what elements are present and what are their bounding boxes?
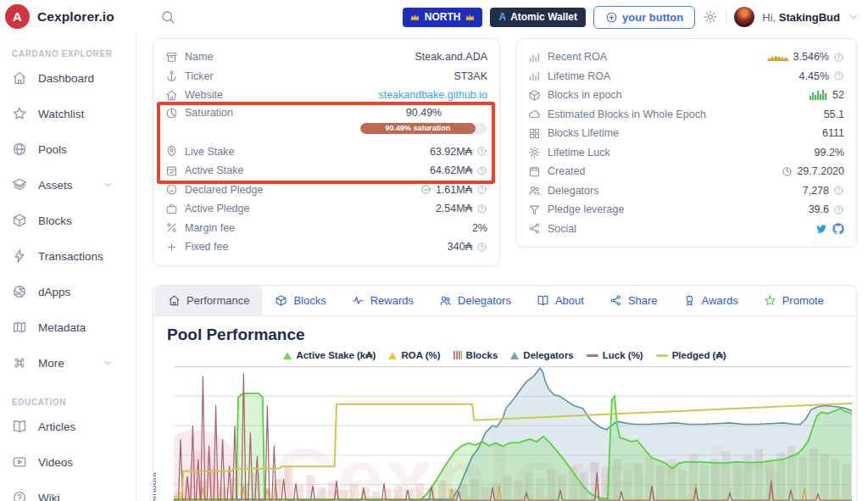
tab-share[interactable]: Share [597,286,670,315]
legend-marker [510,352,519,359]
sidebar-item-more[interactable]: More [0,345,136,381]
book-icon [12,419,27,434]
sidebar-item-pools[interactable]: Pools [0,131,136,167]
top-header: A Cexplorer.io NORTH A Atomic Wallet you… [0,0,868,34]
home-icon [165,89,178,102]
info-row-lifetime-roa: Lifetime ROA4.45% [528,67,844,86]
row-label: Lifetime ROA [548,70,610,82]
settings-gear-icon[interactable] [703,9,718,25]
help-circle-icon[interactable] [476,146,487,157]
sidebar-item-metadata[interactable]: Metadata [0,309,136,345]
sidebar-item-articles[interactable]: Articles [0,409,136,444]
row-label: Created [548,165,585,177]
chart-legend: Active Stake (k₳)ROA (%)BlocksDelegators… [153,350,856,360]
row-value: 63.92M₳ [430,146,472,158]
chevron-down-icon[interactable] [848,11,860,23]
row-label-group: Blocks Lifetime [528,127,619,140]
row-label: Name [185,51,213,63]
smile-icon [165,183,178,196]
tab-awards[interactable]: Awards [670,286,751,315]
atomic-wallet-button[interactable]: A Atomic Wallet [490,8,586,27]
legend-marker [656,354,668,357]
legend-label: Delegators [523,350,573,360]
sidebar-item-transactions[interactable]: Transactions [0,238,136,274]
sidebar-item-videos[interactable]: Videos [0,444,136,480]
sidebar-item-label: Assets [38,179,73,192]
page: A Cexplorer.io NORTH A Atomic Wallet you… [0,0,868,501]
north-button[interactable]: NORTH [403,8,483,27]
filter-icon [528,203,541,216]
your-button-label: your button [622,11,683,24]
row-value-group: 90.49%90.49% saturation [360,107,487,134]
users-icon [528,184,541,197]
home-icon [168,294,181,307]
user-greeting[interactable]: Hi, StakingBud [762,11,840,24]
legend-item: Pledged (₳) [656,350,726,360]
aperture-icon [12,284,27,299]
sidebar-item-blocks[interactable]: Blocks [0,203,136,238]
map-icon [12,320,27,335]
help-circle-icon[interactable] [833,52,844,63]
help-circle-icon[interactable] [833,185,844,196]
info-row-website: Websitesteakandbake.github.io [165,86,487,105]
tab-blocks[interactable]: Blocks [262,286,338,315]
plus-icon [165,241,178,253]
chevron-down-icon[interactable] [102,179,114,191]
row-label: Active Stake [185,164,243,176]
box-icon [528,89,541,102]
home-icon [12,70,27,86]
tab-rewards[interactable]: Rewards [339,286,426,315]
row-value-group: Steak.and.ADA [415,51,487,63]
info-row-lifetime-luck: Lifetime Luck99.2% [528,143,844,163]
sidebar-item-dashboard[interactable]: Dashboard [0,60,136,96]
pool-detail-card: PerformanceBlocksRewardsDelegatorsAboutS… [153,285,857,501]
chart-canvas: ACexplorer.io [174,365,852,501]
info-row-fixed-fee: Fixed fee340₳ [165,237,487,257]
row-label-group: Estimated Blocks in Whole Epoch [528,108,706,120]
briefcase-icon [165,203,178,215]
twitter-icon[interactable] [815,223,827,235]
help-circle-icon[interactable] [476,184,487,195]
tab-promote[interactable]: Promote [751,286,837,315]
header-divider [726,8,726,25]
tab-performance[interactable]: Performance [155,286,262,315]
row-label-group: Active Pledge [165,203,249,215]
calendar-icon [528,165,541,178]
website-link[interactable]: steakandbake.github.io [378,89,487,101]
pool-info-card: NameSteak.and.ADATickerST3AKWebsitesteak… [153,38,500,266]
help-circle-icon[interactable] [476,165,487,176]
cexplorer-logo[interactable]: A Cexplorer.io [5,4,114,29]
help-circle-icon[interactable] [476,242,487,253]
tab-about[interactable]: About [524,286,597,315]
star-icon [12,106,27,121]
sidebar-item-watchlist[interactable]: Watchlist [0,96,136,131]
crown-icon [465,12,476,23]
row-label: Lifetime Luck [548,147,610,159]
tab-delegators[interactable]: Delegators [426,286,524,315]
row-value-group: 4.45% [799,70,844,82]
pool-stats-card: Recent ROA3.546%Lifetime ROA4.45%Blocks … [515,38,857,248]
sidebar-item-dapps[interactable]: dApps [0,274,136,309]
search-icon[interactable] [160,9,175,28]
sidebar-item-wiki[interactable]: Wiki [0,480,136,501]
row-value: 39.6 [809,203,829,215]
help-circle-icon[interactable] [833,204,844,215]
layers-icon [12,177,27,192]
atomic-wallet-logo-icon: A [498,11,506,23]
users-icon [439,294,452,307]
sidebar-section-label: CARDANO EXPLORER [12,49,136,58]
help-circle-icon[interactable] [833,70,844,81]
row-label: Blocks Lifetime [548,127,619,139]
chevron-down-icon[interactable] [102,357,114,369]
your-button[interactable]: your button [593,6,695,29]
help-circle-icon[interactable] [476,203,487,214]
row-label-group: Recent ROA [528,51,607,64]
github-icon[interactable] [832,223,844,235]
sidebar-item-assets[interactable]: Assets [0,167,136,203]
row-label-group: Live Stake [165,145,234,158]
cexplorer-logo-icon: A [5,4,30,29]
sidebar-item-label: Videos [38,456,73,469]
info-row-margin-fee: Margin fee2% [165,219,487,238]
user-avatar[interactable] [734,7,754,27]
row-label-group: Ticker [165,70,214,82]
